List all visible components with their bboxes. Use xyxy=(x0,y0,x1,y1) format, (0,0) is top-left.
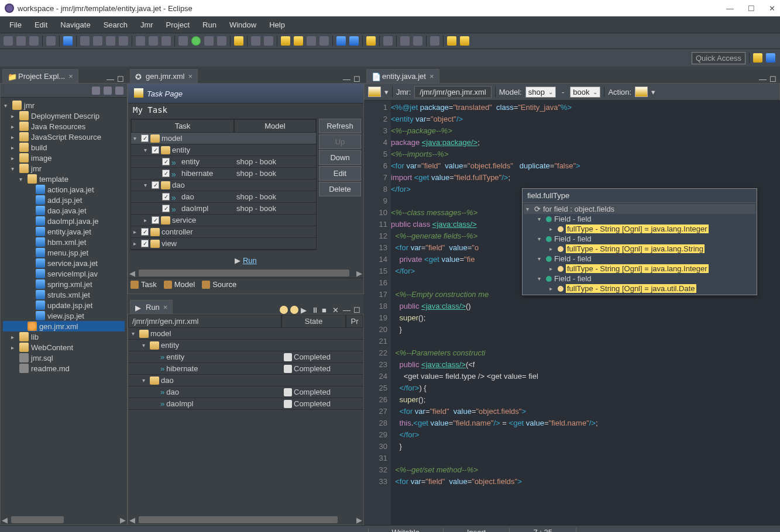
help1-icon[interactable] xyxy=(280,306,288,314)
link-editor-icon[interactable] xyxy=(104,87,112,95)
popup-item[interactable]: ▸fullType - String [Ognl] = java.util.Da… xyxy=(524,284,755,293)
menu-file[interactable]: File xyxy=(5,18,26,32)
checkbox[interactable]: ✓ xyxy=(152,181,159,189)
popup-item[interactable]: ▾Field - field xyxy=(524,214,755,224)
task-row[interactable]: ▾✓entity xyxy=(131,144,316,156)
tab-model[interactable]: Model xyxy=(164,280,195,289)
search-icon[interactable] xyxy=(383,36,393,46)
external-tools-icon[interactable] xyxy=(217,36,226,46)
stop-icon[interactable] xyxy=(106,36,115,46)
minimize-view-icon[interactable]: — xyxy=(759,75,767,83)
save-icon[interactable] xyxy=(16,36,26,46)
task-col-task[interactable]: Task xyxy=(131,119,234,133)
tree-item[interactable]: dao.java.jet xyxy=(3,205,125,216)
tab-project-explorer[interactable]: 📁 Project Expl... × xyxy=(2,69,78,83)
tree-item[interactable]: gen.jmr.xml xyxy=(3,321,125,331)
task-row[interactable]: ✓»entityshop - book xyxy=(131,156,316,168)
tab-entity-jet[interactable]: 📄 entity.java.jet × xyxy=(366,69,439,83)
popup-item[interactable]: ▾Field - field xyxy=(524,254,755,264)
task-row[interactable]: ▸✓service xyxy=(131,215,316,226)
task-row[interactable]: ✓»daoshop - book xyxy=(131,191,316,203)
coverage-icon[interactable] xyxy=(204,36,214,46)
nav-icon[interactable] xyxy=(430,36,439,46)
clear-icon[interactable]: ✕ xyxy=(332,306,341,314)
task-row[interactable]: ▸✓controller xyxy=(131,226,316,238)
tree-item[interactable]: ▸Java Resources xyxy=(3,121,125,132)
tree-item[interactable]: service.java.jet xyxy=(3,258,125,268)
stop-icon[interactable]: ■ xyxy=(322,306,330,314)
new-icon[interactable] xyxy=(4,36,13,46)
task-row[interactable]: ✓»hibernateshop - book xyxy=(131,168,316,179)
globe-icon[interactable] xyxy=(46,36,56,46)
step-into-icon[interactable] xyxy=(136,36,145,46)
scrollbar-horizontal[interactable]: ◀▶ xyxy=(128,515,363,524)
close-tab-icon[interactable]: × xyxy=(68,72,73,81)
collapse-all-icon[interactable] xyxy=(92,87,100,95)
play-icon[interactable]: ▶ xyxy=(301,306,309,314)
run-icon[interactable] xyxy=(191,36,201,46)
code-content[interactable]: <%@jet package="translated" class="Entit… xyxy=(391,101,780,525)
scrollbar-horizontal[interactable]: ◀▶ xyxy=(128,268,363,278)
close-icon[interactable]: ✕ xyxy=(769,4,775,13)
web2-icon[interactable] xyxy=(349,36,359,46)
outline-icon[interactable] xyxy=(400,36,410,46)
tree-item[interactable]: entity.java.jet xyxy=(3,226,125,237)
tab-source[interactable]: Source xyxy=(202,280,236,289)
task-row[interactable]: ✓»daoImplshop - book xyxy=(131,203,316,215)
tree-item[interactable]: serviceImpl.jav xyxy=(3,268,125,279)
edit-button[interactable]: Edit xyxy=(319,166,361,181)
run-col-pr[interactable]: Pr xyxy=(346,315,363,328)
model-select-2[interactable]: book⌄ xyxy=(570,87,600,98)
refresh-button[interactable]: Refresh xyxy=(319,119,361,133)
code-editor[interactable]: 1234567891011121314151617181920212223242… xyxy=(364,101,780,525)
maximize-view-icon[interactable]: ☐ xyxy=(353,75,362,83)
debug-icon[interactable] xyxy=(178,36,188,46)
minimize-icon[interactable]: — xyxy=(726,4,734,13)
checkbox[interactable]: ✓ xyxy=(141,240,149,247)
save-all-icon[interactable] xyxy=(29,36,39,46)
help2-icon[interactable] xyxy=(290,306,298,314)
tree-item[interactable]: add.jsp.jet xyxy=(3,195,125,205)
popup-item[interactable]: ▸fullType - String [Ognl] = java.lang.In… xyxy=(524,264,755,274)
tree-item[interactable]: ▸Deployment Descrip xyxy=(3,110,125,121)
run-row[interactable]: ▾dao xyxy=(128,375,363,386)
jmr-tool-icon[interactable] xyxy=(307,36,316,46)
tool-icon[interactable] xyxy=(63,36,73,46)
tree-item[interactable]: ▸JavaScript Resource xyxy=(3,132,125,142)
run-row[interactable]: »hibernateCompleted xyxy=(128,363,363,375)
run-row[interactable]: »daoImplCompleted xyxy=(128,398,363,410)
step-out-icon[interactable] xyxy=(162,36,171,46)
minimize-view-icon[interactable]: — xyxy=(106,75,115,83)
minimize-view-icon[interactable]: — xyxy=(343,75,351,83)
tree-item[interactable]: menu.jsp.jet xyxy=(3,247,125,258)
tree-item[interactable]: ▾jmr xyxy=(3,163,125,174)
run-row[interactable]: ▾model xyxy=(128,328,363,340)
run-row[interactable]: ▾entity xyxy=(128,340,363,351)
menu-navigate[interactable]: Navigate xyxy=(56,18,95,32)
new-server-icon[interactable] xyxy=(234,36,243,46)
perspective2-icon[interactable] xyxy=(766,53,775,63)
menu-jmr[interactable]: Jmr xyxy=(136,18,158,32)
run-row[interactable]: »daoCompleted xyxy=(128,386,363,398)
menu-icon[interactable] xyxy=(115,87,123,95)
web-icon[interactable] xyxy=(336,36,346,46)
tree-item[interactable]: readme.md xyxy=(3,363,125,374)
project-tree[interactable]: ▾jmr▸Deployment Descrip▸Java Resources▸J… xyxy=(1,98,127,515)
menu-edit[interactable]: Edit xyxy=(30,18,52,32)
pause-icon[interactable] xyxy=(93,36,102,46)
jmr-path-input[interactable]: /jmr/jmr/gen.jmr.xml xyxy=(414,86,491,98)
tree-item[interactable]: daoImpl.java.je xyxy=(3,216,125,226)
jmr-icon[interactable] xyxy=(281,36,290,46)
perspective-icon[interactable] xyxy=(753,53,762,63)
menu-run[interactable]: Run xyxy=(198,18,221,32)
run-row[interactable]: »entityCompleted xyxy=(128,351,363,363)
tab-gen-xml[interactable]: ✪ gen.jmr.xml × xyxy=(130,69,198,83)
help-icon[interactable] xyxy=(366,36,376,46)
disconnect-icon[interactable] xyxy=(119,36,128,46)
checkbox[interactable]: ✓ xyxy=(162,158,170,165)
jmr-config-icon[interactable] xyxy=(294,36,303,46)
tree-item[interactable]: ▸lib xyxy=(3,331,125,342)
tab-run[interactable]: ▶ Run × xyxy=(130,300,173,314)
autocomplete-popup[interactable]: field.fullType ▾⟳for field : object.fiel… xyxy=(522,188,757,295)
popup-item[interactable]: ▸fullType - String [Ognl] = java.lang.St… xyxy=(524,244,755,254)
